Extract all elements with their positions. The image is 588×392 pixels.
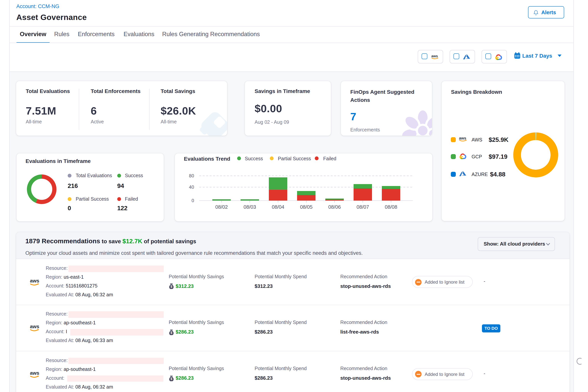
svg-text:$: $ [171,331,172,334]
svg-text:0: 0 [192,198,194,203]
svg-text:40: 40 [189,184,194,190]
svg-text:08/03: 08/03 [244,204,256,210]
svg-text:08/05: 08/05 [300,204,312,210]
svg-text:08/08: 08/08 [385,204,397,210]
svg-text:aws: aws [30,370,39,376]
svg-text:aws: aws [30,324,39,329]
svg-text:$: $ [171,285,172,288]
svg-text:08/06: 08/06 [328,204,341,210]
svg-text:08/07: 08/07 [356,204,369,210]
svg-text:80: 80 [189,173,194,178]
svg-text:$: $ [171,377,172,380]
svg-text:08/04: 08/04 [272,204,284,210]
svg-text:08/02: 08/02 [215,204,228,210]
svg-text:aws: aws [432,54,438,58]
svg-text:aws: aws [459,136,466,140]
svg-text:aws: aws [30,278,39,284]
